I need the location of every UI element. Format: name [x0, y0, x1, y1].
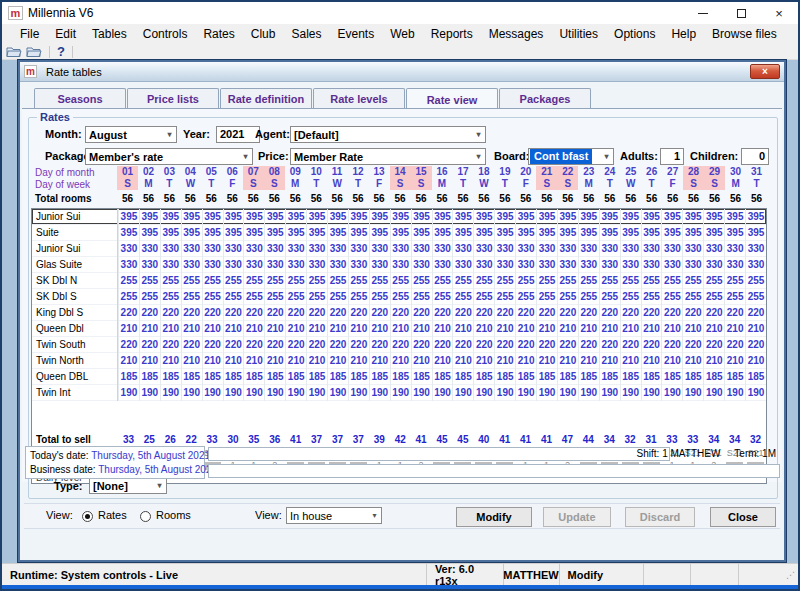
- rate-cell[interactable]: 185: [411, 369, 432, 385]
- rate-cell[interactable]: 185: [599, 369, 620, 385]
- rate-cell[interactable]: 185: [515, 369, 536, 385]
- rate-cell[interactable]: 220: [620, 305, 641, 321]
- rate-cell[interactable]: 190: [703, 385, 724, 401]
- rate-cell[interactable]: 190: [223, 385, 244, 401]
- rate-cell[interactable]: 395: [411, 209, 432, 225]
- rate-cell[interactable]: 220: [432, 337, 453, 353]
- rate-cell[interactable]: 255: [327, 273, 348, 289]
- rate-cell[interactable]: 220: [578, 305, 599, 321]
- rate-cell[interactable]: 210: [348, 321, 369, 337]
- rate-cell[interactable]: 220: [473, 337, 494, 353]
- rate-cell[interactable]: 210: [202, 321, 223, 337]
- rate-cell[interactable]: 190: [515, 385, 536, 401]
- rate-cell[interactable]: 395: [682, 225, 703, 241]
- children-field[interactable]: 0: [741, 148, 769, 165]
- tab-rate-definition[interactable]: Rate definition: [220, 88, 312, 108]
- room-name-cell[interactable]: Queen DBL: [32, 369, 118, 385]
- rate-cell[interactable]: 330: [745, 257, 766, 273]
- rate-cell[interactable]: 255: [536, 273, 557, 289]
- rate-cell[interactable]: 220: [745, 337, 766, 353]
- rate-cell[interactable]: 255: [411, 289, 432, 305]
- rate-cell[interactable]: 255: [682, 289, 703, 305]
- rate-cell[interactable]: 255: [243, 273, 264, 289]
- rate-cell[interactable]: 220: [473, 305, 494, 321]
- rate-cell[interactable]: 255: [620, 289, 641, 305]
- menu-item-utilities[interactable]: Utilities: [551, 27, 606, 41]
- rate-cell[interactable]: 210: [452, 353, 473, 369]
- rate-cell[interactable]: 395: [160, 225, 181, 241]
- rate-cell[interactable]: 210: [160, 353, 181, 369]
- rate-cell[interactable]: 190: [536, 385, 557, 401]
- rate-cell[interactable]: 210: [599, 353, 620, 369]
- rate-cell[interactable]: 255: [724, 273, 745, 289]
- rate-cell[interactable]: 395: [724, 225, 745, 241]
- rate-cell[interactable]: 395: [327, 209, 348, 225]
- rate-cell[interactable]: 395: [202, 209, 223, 225]
- rate-cell[interactable]: 255: [536, 289, 557, 305]
- rate-cell[interactable]: 395: [118, 209, 139, 225]
- maximize-button[interactable]: [722, 2, 760, 24]
- rate-cell[interactable]: 255: [599, 289, 620, 305]
- rate-cell[interactable]: 190: [327, 385, 348, 401]
- rate-cell[interactable]: 330: [348, 241, 369, 257]
- rate-cell[interactable]: 190: [411, 385, 432, 401]
- rate-cell[interactable]: 220: [620, 337, 641, 353]
- rate-cell[interactable]: 210: [369, 321, 390, 337]
- rate-cell[interactable]: 330: [306, 241, 327, 257]
- room-name-cell[interactable]: SK Dbl S: [32, 289, 118, 305]
- rate-cell[interactable]: 330: [432, 257, 453, 273]
- rate-cell[interactable]: 210: [327, 353, 348, 369]
- rate-cell[interactable]: 190: [243, 385, 264, 401]
- rate-cell[interactable]: 395: [348, 209, 369, 225]
- rate-cell[interactable]: 220: [243, 337, 264, 353]
- rate-cell[interactable]: 210: [181, 321, 202, 337]
- rate-cell[interactable]: 255: [118, 289, 139, 305]
- rate-cell[interactable]: 210: [703, 321, 724, 337]
- rate-cell[interactable]: 255: [348, 289, 369, 305]
- rate-cell[interactable]: 210: [473, 353, 494, 369]
- rate-cell[interactable]: 395: [390, 209, 411, 225]
- rate-cell[interactable]: 220: [557, 337, 578, 353]
- rate-cell[interactable]: 220: [745, 305, 766, 321]
- rate-cell[interactable]: 220: [724, 305, 745, 321]
- rate-cell[interactable]: 210: [243, 353, 264, 369]
- rate-cell[interactable]: 330: [139, 257, 160, 273]
- menu-item-reports[interactable]: Reports: [423, 27, 481, 41]
- rate-cell[interactable]: 210: [264, 321, 285, 337]
- room-name-cell[interactable]: Queen Dbl: [32, 321, 118, 337]
- rate-cell[interactable]: 255: [181, 273, 202, 289]
- rate-cell[interactable]: 255: [452, 289, 473, 305]
- rate-cell[interactable]: 330: [202, 241, 223, 257]
- tab-seasons[interactable]: Seasons: [34, 88, 126, 108]
- rate-cell[interactable]: 220: [348, 305, 369, 321]
- rate-cell[interactable]: 190: [285, 385, 306, 401]
- rate-cell[interactable]: 185: [243, 369, 264, 385]
- rate-cell[interactable]: 220: [306, 337, 327, 353]
- rate-cell[interactable]: 255: [348, 273, 369, 289]
- view-select[interactable]: In house▾: [286, 507, 382, 524]
- rate-cell[interactable]: 210: [118, 321, 139, 337]
- price-select[interactable]: Member Rate▾: [290, 148, 486, 165]
- rate-cell[interactable]: 220: [641, 337, 662, 353]
- rate-cell[interactable]: 220: [452, 337, 473, 353]
- rate-cell[interactable]: 395: [620, 209, 641, 225]
- rate-cell[interactable]: 395: [641, 209, 662, 225]
- rate-cell[interactable]: 185: [724, 369, 745, 385]
- rate-cell[interactable]: 185: [557, 369, 578, 385]
- rate-cell[interactable]: 330: [452, 241, 473, 257]
- rate-cell[interactable]: 220: [494, 305, 515, 321]
- rate-cell[interactable]: 255: [745, 273, 766, 289]
- rate-cell[interactable]: 210: [536, 321, 557, 337]
- rate-cell[interactable]: 395: [494, 209, 515, 225]
- rate-cell[interactable]: 255: [223, 289, 244, 305]
- rate-cell[interactable]: 220: [515, 337, 536, 353]
- rate-cell[interactable]: 395: [285, 209, 306, 225]
- rate-cell[interactable]: 255: [306, 273, 327, 289]
- rate-cell[interactable]: 210: [223, 353, 244, 369]
- rate-cell[interactable]: 220: [139, 305, 160, 321]
- menu-item-web[interactable]: Web: [382, 27, 422, 41]
- rate-cell[interactable]: 255: [285, 289, 306, 305]
- rate-cell[interactable]: 330: [369, 241, 390, 257]
- tab-rate-view[interactable]: Rate view: [406, 88, 498, 110]
- rate-cell[interactable]: 255: [202, 289, 223, 305]
